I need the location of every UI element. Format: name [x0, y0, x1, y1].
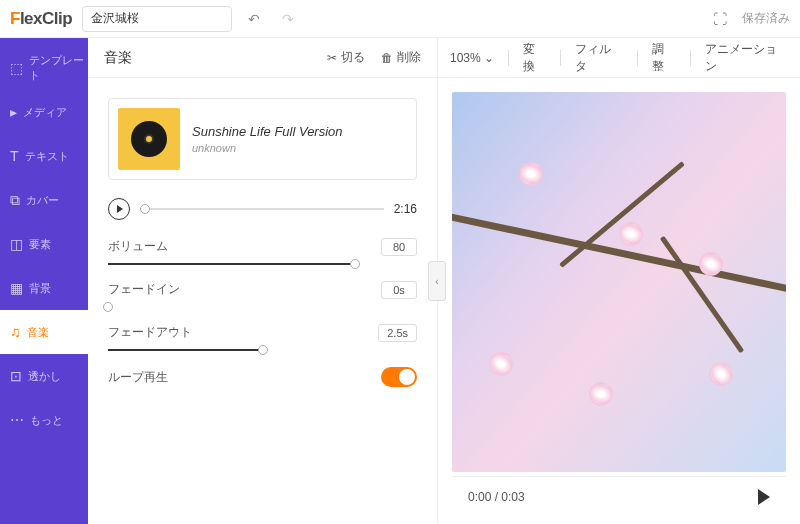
- elements-icon: ◫: [10, 236, 23, 252]
- delete-button[interactable]: 🗑削除: [381, 49, 421, 66]
- timeline: 0:00 / 0:03: [452, 476, 786, 516]
- zoom-dropdown[interactable]: 103%⌄: [450, 51, 494, 65]
- watermark-icon: ⊡: [10, 368, 22, 384]
- main: ⬚テンプレート ▸メディア Tテキスト ⧉カバー ◫要素 ▦背景 ♫音楽 ⊡透か…: [0, 38, 800, 524]
- track-artist: unknown: [192, 142, 343, 154]
- volume-control: ボリューム80: [108, 238, 417, 263]
- tab-transform[interactable]: 変換: [523, 41, 547, 75]
- fadeout-control: フェードアウト2.5s: [108, 324, 417, 349]
- scissors-icon: ✂: [327, 51, 337, 65]
- search-input[interactable]: [82, 6, 232, 32]
- logo: FlexClip: [10, 9, 72, 29]
- preview-area: ‹ 103%⌄ 変換 フィルタ 調整 アニメーション: [438, 38, 800, 524]
- volume-value[interactable]: 80: [381, 238, 417, 256]
- cover-icon: ⧉: [10, 192, 20, 209]
- topbar: FlexClip ↶ ↷ ⛶ 保存済み: [0, 0, 800, 38]
- redo-button[interactable]: ↷: [276, 7, 300, 31]
- media-icon: ▸: [10, 104, 17, 120]
- preview-canvas[interactable]: [452, 92, 786, 472]
- sidebar-item-elements[interactable]: ◫要素: [0, 222, 88, 266]
- sidebar-item-music[interactable]: ♫音楽: [0, 310, 88, 354]
- album-art: [118, 108, 180, 170]
- play-button[interactable]: [108, 198, 130, 220]
- sidebar-item-cover[interactable]: ⧉カバー: [0, 178, 88, 222]
- sidebar-item-media[interactable]: ▸メディア: [0, 90, 88, 134]
- undo-button[interactable]: ↶: [242, 7, 266, 31]
- sidebar-item-background[interactable]: ▦背景: [0, 266, 88, 310]
- text-icon: T: [10, 148, 19, 164]
- timecode: 0:00 / 0:03: [468, 490, 744, 504]
- sidebar: ⬚テンプレート ▸メディア Tテキスト ⧉カバー ◫要素 ▦背景 ♫音楽 ⊡透か…: [0, 38, 88, 524]
- fullscreen-button[interactable]: ⛶: [708, 7, 732, 31]
- music-icon: ♫: [10, 324, 21, 340]
- fadein-control: フェードイン0s: [108, 281, 417, 306]
- save-status: 保存済み: [742, 10, 790, 27]
- trash-icon: 🗑: [381, 51, 393, 65]
- loop-toggle[interactable]: [381, 367, 417, 387]
- templates-icon: ⬚: [10, 60, 23, 76]
- player-row: 2:16: [108, 198, 417, 220]
- loop-control: ループ再生: [108, 367, 417, 387]
- tab-adjust[interactable]: 調整: [652, 41, 676, 75]
- music-panel: 音楽 ✂切る 🗑削除 Sunshine Life Full Version un…: [88, 38, 438, 524]
- more-icon: ⋯: [10, 412, 24, 428]
- tab-animation[interactable]: アニメーション: [705, 41, 788, 75]
- cut-button[interactable]: ✂切る: [327, 49, 365, 66]
- track-title: Sunshine Life Full Version: [192, 124, 343, 139]
- progress-slider[interactable]: [140, 208, 384, 210]
- track-card[interactable]: Sunshine Life Full Version unknown: [108, 98, 417, 180]
- tab-filter[interactable]: フィルタ: [575, 41, 623, 75]
- timeline-play-button[interactable]: [758, 489, 770, 505]
- fadein-value[interactable]: 0s: [381, 281, 417, 299]
- sidebar-item-watermark[interactable]: ⊡透かし: [0, 354, 88, 398]
- fadeout-value[interactable]: 2.5s: [378, 324, 417, 342]
- sidebar-item-more[interactable]: ⋯もっと: [0, 398, 88, 442]
- chevron-down-icon: ⌄: [484, 51, 494, 65]
- preview-tabs: 103%⌄ 変換 フィルタ 調整 アニメーション: [438, 38, 800, 78]
- background-icon: ▦: [10, 280, 23, 296]
- sidebar-item-text[interactable]: Tテキスト: [0, 134, 88, 178]
- panel-title: 音楽: [104, 49, 311, 67]
- panel-header: 音楽 ✂切る 🗑削除: [88, 38, 437, 78]
- sidebar-item-templates[interactable]: ⬚テンプレート: [0, 46, 88, 90]
- duration: 2:16: [394, 202, 417, 216]
